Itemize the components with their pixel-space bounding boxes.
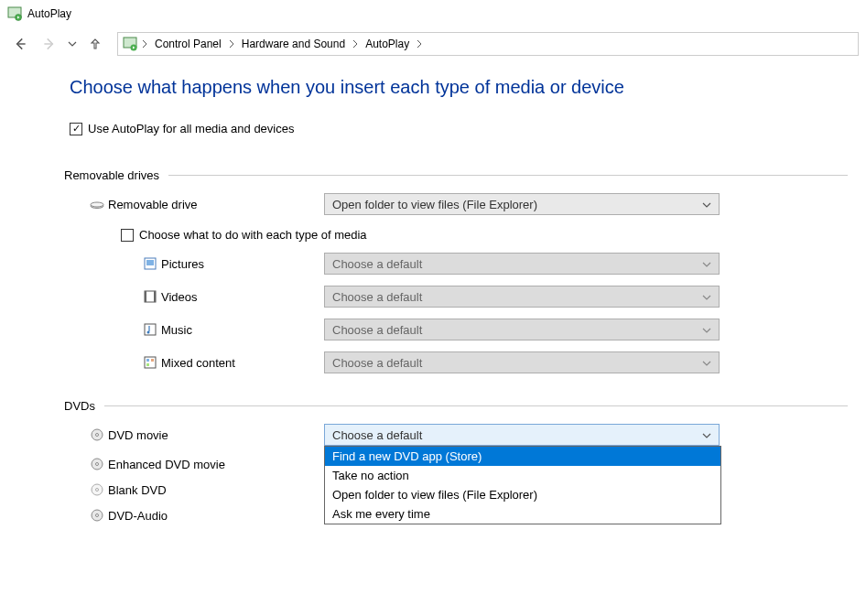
- svg-rect-15: [145, 324, 156, 335]
- svg-point-22: [96, 434, 99, 437]
- dropdown-value: Choose a default: [332, 290, 422, 304]
- videos-label: Videos: [161, 290, 324, 304]
- dvd-movie-label: DVD movie: [108, 428, 324, 442]
- nav-up-button[interactable]: [82, 31, 108, 57]
- chevron-right-icon[interactable]: [140, 39, 149, 49]
- global-autoplay-label: Use AutoPlay for all media and devices: [88, 122, 294, 135]
- global-autoplay-checkbox[interactable]: Use AutoPlay for all media and devices: [70, 122, 848, 135]
- checkbox-icon[interactable]: [121, 229, 134, 242]
- page-heading: Choose what happens when you insert each…: [70, 77, 848, 98]
- row-music: Music Choose a default: [70, 319, 848, 340]
- svg-rect-13: [145, 291, 146, 302]
- chevron-right-icon[interactable]: [351, 39, 360, 49]
- window-title: AutoPlay: [27, 7, 71, 20]
- breadcrumb-control-panel[interactable]: Control Panel: [151, 36, 225, 52]
- mixed-content-icon: [139, 355, 161, 370]
- checkbox-icon[interactable]: [70, 123, 82, 135]
- row-removable-drive: Removable drive Open folder to view file…: [70, 193, 848, 215]
- nav-recent-dropdown[interactable]: [66, 31, 79, 57]
- nav-back-button[interactable]: [7, 31, 33, 57]
- dropdown-option[interactable]: Take no action: [325, 466, 720, 485]
- svg-rect-14: [154, 291, 156, 302]
- disc-icon: [86, 508, 108, 523]
- dvd-audio-label: DVD-Audio: [108, 509, 324, 523]
- chevron-down-icon: [702, 198, 711, 211]
- chevron-down-icon: [702, 257, 711, 271]
- svg-point-24: [96, 463, 99, 466]
- svg-point-9: [91, 202, 103, 207]
- disc-icon: [86, 457, 108, 471]
- dvd-movie-dropdown-list: Find a new DVD app (Store) Take no actio…: [324, 446, 721, 524]
- dropdown-option[interactable]: Ask me every time: [325, 504, 720, 524]
- address-bar[interactable]: Control Panel Hardware and Sound AutoPla…: [117, 32, 859, 56]
- chevron-right-icon[interactable]: [415, 39, 424, 49]
- dropdown-value: Choose a default: [332, 323, 422, 337]
- chevron-down-icon: [702, 356, 711, 370]
- mixed-content-label: Mixed content: [161, 356, 324, 370]
- row-videos: Videos Choose a default: [70, 286, 848, 308]
- removable-drive-icon: [86, 197, 108, 211]
- music-label: Music: [161, 323, 324, 337]
- videos-dropdown[interactable]: Choose a default: [324, 286, 720, 308]
- titlebar: AutoPlay: [0, 0, 866, 27]
- navbar: Control Panel Hardware and Sound AutoPla…: [0, 27, 866, 60]
- breadcrumb-autoplay[interactable]: AutoPlay: [362, 36, 413, 52]
- removable-drive-label: Removable drive: [108, 198, 324, 211]
- media-subcheck[interactable]: Choose what to do with each type of medi…: [121, 228, 848, 242]
- autoplay-icon: [122, 36, 138, 52]
- divider: [104, 405, 848, 406]
- row-mixed-content: Mixed content Choose a default: [70, 351, 848, 373]
- content-area: Choose what happens when you insert each…: [0, 60, 866, 539]
- autoplay-icon: [7, 6, 22, 21]
- group-title-label: DVDs: [64, 399, 95, 413]
- chevron-down-icon: [702, 428, 711, 442]
- dvd-movie-dropdown[interactable]: Choose a default Find a new DVD app (Sto…: [324, 424, 720, 446]
- dropdown-value: Open folder to view files (File Explorer…: [332, 198, 537, 211]
- videos-icon: [139, 289, 161, 304]
- svg-point-16: [147, 331, 150, 334]
- disc-icon: [86, 427, 108, 442]
- music-dropdown[interactable]: Choose a default: [324, 319, 720, 340]
- chevron-down-icon: [702, 323, 711, 337]
- group-dvds: DVDs: [64, 399, 848, 413]
- dropdown-value: Choose a default: [332, 356, 422, 370]
- pictures-icon: [139, 256, 161, 271]
- svg-rect-18: [146, 359, 149, 362]
- svg-rect-20: [146, 363, 149, 366]
- group-title-label: Removable drives: [64, 168, 159, 182]
- media-subcheck-label: Choose what to do with each type of medi…: [139, 228, 367, 242]
- pictures-dropdown[interactable]: Choose a default: [324, 253, 720, 275]
- chevron-down-icon: [702, 290, 711, 304]
- svg-rect-19: [151, 359, 154, 362]
- blank-dvd-label: Blank DVD: [108, 483, 324, 497]
- row-dvd-movie: DVD movie Choose a default Find a new DV…: [70, 424, 848, 446]
- group-removable-drives: Removable drives: [64, 168, 848, 182]
- music-icon: [139, 322, 161, 337]
- svg-point-28: [96, 514, 99, 517]
- removable-drive-dropdown[interactable]: Open folder to view files (File Explorer…: [324, 193, 720, 215]
- svg-rect-17: [145, 357, 156, 368]
- disc-icon: [86, 482, 108, 497]
- dropdown-option[interactable]: Open folder to view files (File Explorer…: [325, 485, 720, 504]
- svg-rect-11: [146, 260, 154, 265]
- dropdown-option[interactable]: Find a new DVD app (Store): [325, 447, 720, 466]
- dropdown-value: Choose a default: [332, 257, 422, 271]
- svg-point-26: [96, 489, 99, 492]
- dropdown-value: Choose a default: [332, 428, 422, 442]
- pictures-label: Pictures: [161, 257, 324, 271]
- divider: [168, 175, 848, 176]
- chevron-right-icon[interactable]: [227, 39, 236, 49]
- row-pictures: Pictures Choose a default: [70, 253, 848, 275]
- nav-forward-button[interactable]: [37, 31, 62, 57]
- breadcrumb-hardware-sound[interactable]: Hardware and Sound: [238, 36, 349, 52]
- enhanced-dvd-label: Enhanced DVD movie: [108, 458, 324, 471]
- mixed-content-dropdown[interactable]: Choose a default: [324, 351, 720, 373]
